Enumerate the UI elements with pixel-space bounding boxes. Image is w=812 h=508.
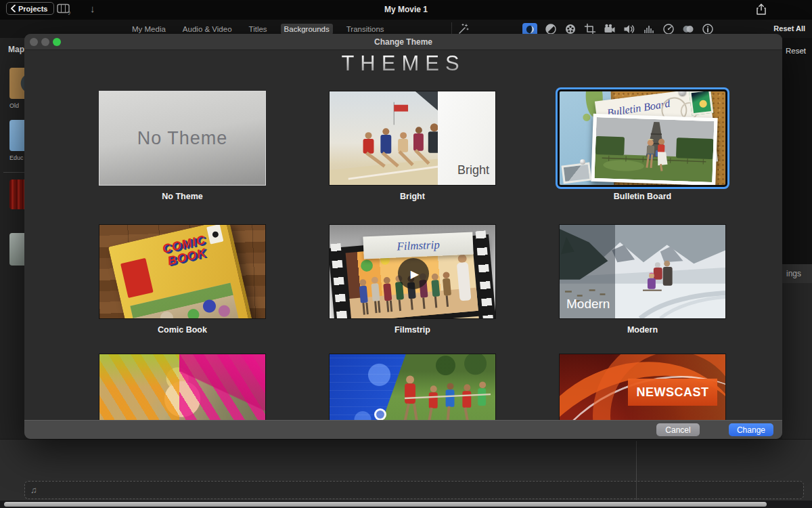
tab-transitions[interactable]: Transitions [343, 24, 388, 35]
push-pin [580, 159, 585, 165]
tab-my-media[interactable]: My Media [129, 24, 169, 35]
themes-heading: THEMES [24, 51, 782, 76]
theme-thumbnail-selected[interactable]: Bulletin Board [559, 91, 726, 186]
right-panel-fragment: Reset ings [782, 38, 812, 439]
background-thumb-label: Old [9, 102, 19, 109]
window-title: My Movie 1 [0, 5, 812, 14]
theme-bulletin-board[interactable]: Bulletin Board [559, 91, 726, 201]
theme-row-1: No Theme No Theme [24, 91, 782, 201]
sidebar-divider [3, 172, 24, 173]
comic-red-box [120, 258, 154, 298]
backgrounds-sidebar-fragment: Maps Old Educ [0, 38, 24, 439]
horizontal-scrollbar[interactable] [0, 501, 812, 508]
theme-filmstrip[interactable]: Filmstrip ▶ Filmstrip [329, 224, 496, 335]
theme-comic-book[interactable]: COMIC BOOK Comic Book [99, 224, 266, 335]
theme-label: No Theme [99, 192, 266, 201]
modern-overlay-text: Modern [566, 297, 610, 312]
background-thumb-old-world[interactable] [9, 68, 24, 99]
audio-well[interactable]: ♫ [24, 481, 804, 499]
timeline-settings-fragment[interactable]: ings [782, 264, 812, 283]
sidebar-section-header: Maps [8, 45, 24, 54]
timeline-area: ♫ [0, 439, 812, 501]
reset-button[interactable]: Reset [786, 47, 806, 55]
play-button[interactable]: ▶ [398, 258, 429, 289]
reset-all-button[interactable]: Reset All [773, 24, 805, 33]
theme-label: Modern [559, 325, 726, 335]
no-theme-overlay-text: No Theme [137, 128, 228, 149]
app-toolbar-top: Projects ♪ ↓ My Movie 1 [0, 0, 812, 20]
filmstrip-paper-label: Filmstrip [363, 232, 473, 259]
settings-label: ings [786, 269, 801, 278]
background-thumb-curtain[interactable] [9, 179, 24, 209]
theme-thumbnail[interactable]: No Theme [99, 91, 266, 186]
dialog-footer: Cancel Change [24, 420, 782, 439]
filmstrip-overlay-text: Filmstrip [397, 238, 440, 253]
change-theme-dialog: Change Theme THEMES No Theme No Theme [24, 34, 782, 439]
imovie-window: Projects ♪ ↓ My Movie 1 My Media Audio &… [0, 0, 812, 508]
newscast-overlay-text: NEWSCAST [637, 385, 709, 400]
tab-audio-video[interactable]: Audio & Video [179, 24, 235, 35]
tab-backgrounds[interactable]: Backgrounds [281, 24, 333, 35]
bright-overlay-text: Bright [457, 163, 489, 177]
newscast-title-box: NEWSCAST [628, 379, 717, 406]
theme-bright[interactable]: Bright Bright [329, 91, 496, 201]
theme-thumbnail[interactable]: COMIC BOOK [99, 224, 266, 319]
background-thumb-educational[interactable] [9, 120, 24, 151]
bright-side-panel: Bright [438, 91, 495, 185]
theme-thumbnail[interactable]: Bright [329, 91, 496, 186]
background-thumb-label: Educ [9, 154, 24, 161]
bulletin-photo-art [591, 114, 717, 186]
play-icon: ▶ [408, 268, 419, 280]
change-button[interactable]: Change [729, 423, 773, 436]
share-icon[interactable] [755, 3, 767, 16]
theme-thumbnail[interactable]: Modern [559, 224, 726, 319]
postage-stamp [689, 91, 713, 115]
theme-row-2: COMIC BOOK Comic Book [24, 224, 782, 335]
music-note-icon: ♫ [30, 485, 37, 495]
theme-label: Bulletin Board [559, 192, 726, 201]
theme-label: Filmstrip [329, 325, 496, 335]
dialog-titlebar: Change Theme [24, 34, 782, 50]
theme-modern[interactable]: Modern Modern [559, 224, 726, 335]
target-ring [374, 408, 386, 421]
theme-thumbnail[interactable]: Filmstrip ▶ [329, 224, 496, 319]
comic-book-cover-art: COMIC BOOK [108, 224, 255, 319]
theme-no-theme[interactable]: No Theme No Theme [99, 91, 266, 201]
photo-stamp [562, 163, 592, 184]
right-panel-lower [782, 283, 812, 439]
tab-titles[interactable]: Titles [246, 24, 271, 35]
cancel-button[interactable]: Cancel [656, 423, 700, 436]
scrollbar-thumb[interactable] [4, 502, 767, 507]
viewer-fragment: Reset [782, 38, 812, 264]
dialog-title: Change Theme [24, 37, 782, 47]
background-thumb-gray[interactable] [9, 233, 24, 266]
theme-label: Bright [329, 192, 496, 201]
theme-label: Comic Book [99, 325, 266, 335]
